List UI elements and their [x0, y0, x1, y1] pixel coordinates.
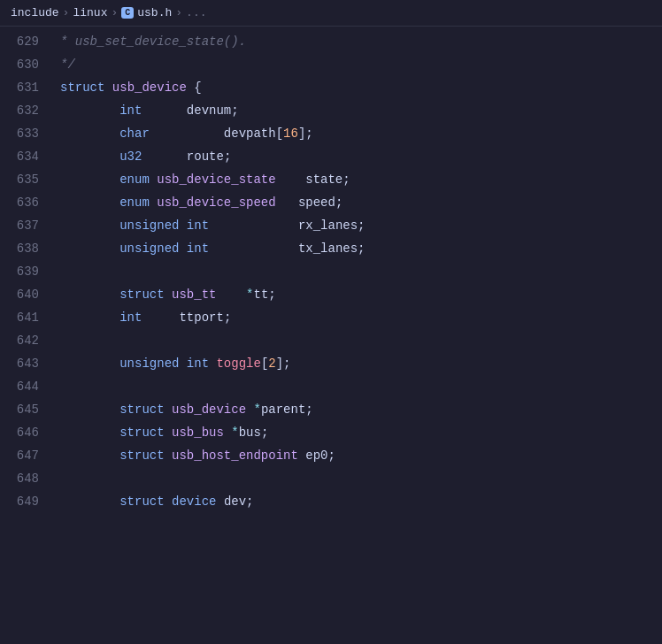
line-content: int ttport; — [53, 306, 662, 329]
code-line: 647 struct usb_host_endpoint ep0; — [0, 444, 662, 467]
code-line: 643 unsigned int toggle[2]; — [0, 352, 662, 375]
code-line: 634 u32 route; — [0, 145, 662, 168]
line-content: unsigned int rx_lanes; — [53, 214, 662, 237]
code-line: 646 struct usb_bus *bus; — [0, 421, 662, 444]
line-content: */ — [53, 53, 662, 76]
line-number: 638 — [0, 242, 53, 256]
breadcrumb-ellipsis: ... — [186, 6, 206, 19]
line-content: struct usb_device *parent; — [53, 398, 662, 421]
line-number: 632 — [0, 104, 53, 118]
line-content: struct device dev; — [53, 490, 662, 513]
line-content: unsigned int tx_lanes; — [53, 237, 662, 260]
code-line: 649 struct device dev; — [0, 490, 662, 513]
line-content: enum usb_device_speed speed; — [53, 191, 662, 214]
breadcrumb-bar: include › linux › C usb.h › ... — [0, 0, 662, 27]
line-number: 633 — [0, 126, 53, 141]
code-line: 639 — [0, 260, 662, 283]
line-number: 639 — [0, 264, 53, 279]
code-line: 635 enum usb_device_state state; — [0, 168, 662, 191]
breadcrumb-c-icon: C — [121, 7, 134, 19]
line-content — [53, 467, 662, 490]
line-content: struct usb_host_endpoint ep0; — [53, 444, 662, 467]
line-content: int devnum; — [53, 99, 662, 122]
code-line: 636 enum usb_device_speed speed; — [0, 191, 662, 214]
line-number: 649 — [0, 494, 53, 509]
line-number: 634 — [0, 150, 53, 164]
code-line: 648 — [0, 467, 662, 490]
line-number: 640 — [0, 288, 53, 302]
breadcrumb-linux[interactable]: linux — [73, 6, 107, 19]
line-content: struct usb_bus *bus; — [53, 421, 662, 444]
line-number: 645 — [0, 402, 53, 417]
line-number: 647 — [0, 448, 53, 463]
code-line: 629* usb_set_device_state(). — [0, 30, 662, 53]
breadcrumb-sep-1: › — [63, 6, 70, 19]
line-number: 648 — [0, 472, 53, 486]
line-number: 641 — [0, 310, 53, 325]
line-content: struct usb_device { — [53, 76, 662, 99]
code-line: 630*/ — [0, 53, 662, 76]
code-line: 645 struct usb_device *parent; — [0, 398, 662, 421]
code-line: 632 int devnum; — [0, 99, 662, 122]
line-number: 636 — [0, 196, 53, 210]
line-content: unsigned int toggle[2]; — [53, 352, 662, 375]
code-line: 633 char devpath[16]; — [0, 122, 662, 145]
line-number: 629 — [0, 34, 53, 49]
breadcrumb-sep-3: › — [175, 6, 182, 19]
line-content: * usb_set_device_state(). — [53, 30, 662, 53]
line-number: 637 — [0, 218, 53, 233]
code-line: 637 unsigned int rx_lanes; — [0, 214, 662, 237]
breadcrumb-sep-2: › — [111, 6, 118, 19]
line-number: 635 — [0, 172, 53, 187]
code-line: 640 struct usb_tt *tt; — [0, 283, 662, 306]
line-content: u32 route; — [53, 145, 662, 168]
line-content — [53, 329, 662, 352]
code-line: 642 — [0, 329, 662, 352]
code-line: 641 int ttport; — [0, 306, 662, 329]
breadcrumb-filename[interactable]: usb.h — [137, 6, 172, 19]
line-number: 644 — [0, 380, 53, 394]
breadcrumb-include[interactable]: include — [11, 6, 59, 19]
line-number: 642 — [0, 334, 53, 348]
line-number: 630 — [0, 58, 53, 72]
line-number: 646 — [0, 426, 53, 440]
line-number: 643 — [0, 356, 53, 371]
line-content — [53, 260, 662, 283]
line-content: struct usb_tt *tt; — [53, 283, 662, 306]
code-line: 638 unsigned int tx_lanes; — [0, 237, 662, 260]
code-line: 631struct usb_device { — [0, 76, 662, 99]
line-number: 631 — [0, 80, 53, 95]
line-content: enum usb_device_state state; — [53, 168, 662, 191]
code-area: 629* usb_set_device_state().630*/631stru… — [0, 27, 662, 513]
line-content — [53, 375, 662, 398]
code-line: 644 — [0, 375, 662, 398]
line-content: char devpath[16]; — [53, 122, 662, 145]
